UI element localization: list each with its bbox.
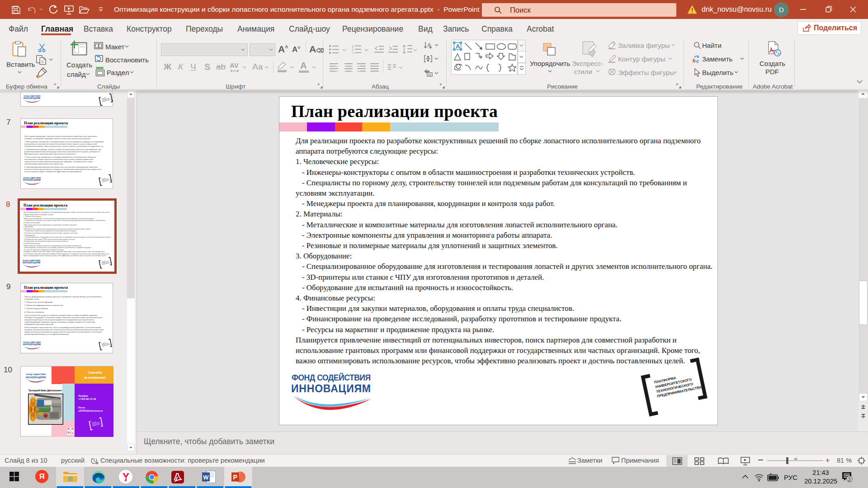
svg-text:ИННОВАЦИЯМ: ИННОВАЦИЯМ — [291, 383, 372, 394]
svg-text:ИННОВАЦИЯМ: ИННОВАЦИЯМ — [23, 343, 41, 346]
svg-text:ФОНД СОДЕЙСТВИЯ: ФОНД СОДЕЙСТВИЯ — [24, 95, 40, 97]
svg-text:А: А — [456, 43, 460, 50]
svg-text:ФОНД СОДЕЙСТВИЯ: ФОНД СОДЕЙСТВИЯ — [23, 260, 40, 262]
svg-text:2: 2 — [848, 477, 851, 482]
svg-text:ИННОВАЦИЯМ: ИННОВАЦИЯМ — [24, 97, 41, 99]
svg-text:b: b — [693, 58, 696, 63]
svg-text:W: W — [203, 474, 209, 481]
svg-text:P: P — [233, 474, 237, 481]
svg-text:ФОНД СОДЕЙСТВИЯ: ФОНД СОДЕЙСТВИЯ — [26, 373, 46, 375]
svg-text:ИННОВАЦИЯМ: ИННОВАЦИЯМ — [26, 376, 46, 379]
svg-text:ИННОВАЦИЯМ: ИННОВАЦИЯМ — [23, 178, 41, 181]
svg-text:3: 3 — [352, 52, 354, 54]
svg-text:ФОНД СОДЕЙСТВИЯ: ФОНД СОДЕЙСТВИЯ — [23, 342, 41, 343]
svg-text:AV: AV — [230, 62, 239, 69]
svg-text:ИННОВАЦИЯМ: ИННОВАЦИЯМ — [23, 261, 41, 264]
svg-text:c: c — [696, 58, 699, 63]
svg-text:ФОНД СОДЕЙСТВИЯ: ФОНД СОДЕЙСТВИЯ — [23, 177, 41, 179]
svg-text:ФОНД СОДЕЙСТВИЯ: ФОНД СОДЕЙСТВИЯ — [292, 373, 371, 382]
